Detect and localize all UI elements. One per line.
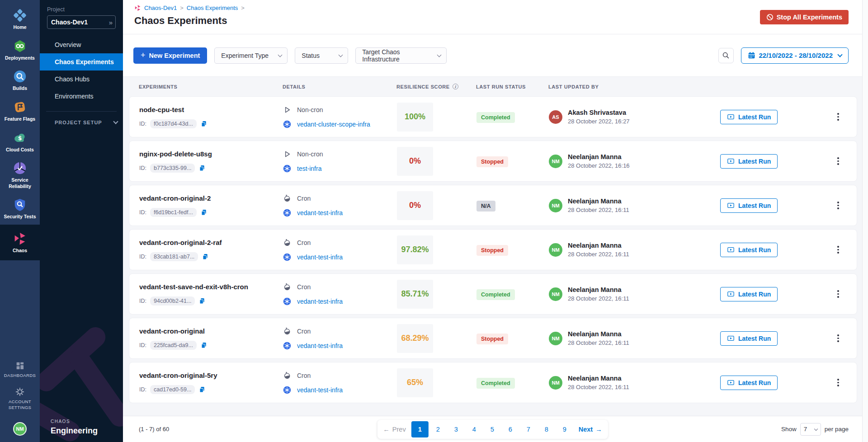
latest-run-button[interactable]: Latest Run [720,110,778,124]
infrastructure-link[interactable]: vedant-test-infra [297,342,343,349]
infrastructure-link[interactable]: test-infra [297,165,321,172]
experiment-type-filter[interactable]: Experiment Type [214,47,288,64]
kebab-menu[interactable] [832,200,844,212]
sidebar-item-chaos[interactable]: Chaos [0,225,40,260]
experiment-name[interactable]: nginx-pod-delete-u8sg [139,150,283,158]
sidebar-item-home[interactable]: Home [0,5,40,35]
panel-footer: CHAOS Engineering [40,324,123,442]
stop-all-experiments-button[interactable]: Stop All Experiments [760,10,849,24]
project-name: Chaos-Dev1 [51,19,109,26]
status-filter[interactable]: Status [295,47,348,64]
project-setup-toggle[interactable]: PROJECT SETUP [40,112,123,125]
updated-timestamp: 28 October 2022, 16:11 [568,251,629,258]
nav-item-chaos-experiments[interactable]: Chaos Experiments [40,53,123,71]
nav-item-chaos-hubs[interactable]: Chaos Hubs [40,71,123,88]
page-button-9[interactable]: 9 [556,421,573,437]
target-infrastructure-filter[interactable]: Target Chaos Infrastructure [355,47,447,64]
infrastructure: vedant-test-infra [283,342,397,350]
action-cell: Latest Run [720,110,832,124]
id-label: ID: [139,254,146,260]
experiment-name[interactable]: vedant-cron-original-5ry [139,371,283,379]
kebab-menu[interactable] [832,288,844,300]
next-page-button[interactable]: Next → [574,421,607,437]
infrastructure-link[interactable]: vedant-test-infra [297,298,343,305]
page-button-2[interactable]: 2 [429,421,447,437]
copy-icon[interactable] [198,165,206,172]
experiment-name[interactable]: vedant-cron-original-2 [139,194,283,202]
run-icon [727,246,735,254]
sidebar-item-dashboards[interactable]: DASHBOARDS [0,357,40,383]
search-button[interactable] [718,48,734,63]
page-button-8[interactable]: 8 [538,421,555,437]
infrastructure-link[interactable]: vedant-test-infra [297,254,343,261]
experiment-name[interactable]: vedant-cron-original [139,327,283,335]
copy-icon[interactable] [200,342,208,349]
table-row: vedant-cron-original-5ry ID: cad17ed0-59… [129,362,857,403]
infrastructure-link[interactable]: vedant-test-infra [297,386,343,394]
latest-run-button[interactable]: Latest Run [720,154,778,169]
svg-text:$: $ [18,134,22,141]
sidebar-item-cloud-costs[interactable]: $ Cloud Costs [0,127,40,158]
kebab-menu[interactable] [832,244,844,256]
page-size-select[interactable]: 7 [800,423,821,436]
kebab-menu[interactable] [832,111,844,123]
sidebar-item-feature-flags[interactable]: Feature Flags [0,96,40,127]
copy-icon[interactable] [202,253,209,260]
page-button-6[interactable]: 6 [502,421,519,437]
date-range-picker[interactable]: 22/10/2022 - 28/10/2022 [741,47,849,64]
experiment-name[interactable]: vedant-cron-original-2-raf [139,239,283,246]
latest-run-button[interactable]: Latest Run [720,198,778,213]
infrastructure-link[interactable]: vedant-cluster-scope-infra [297,121,370,128]
new-experiment-button[interactable]: + New Experiment [133,47,207,64]
page-button-7[interactable]: 7 [520,421,537,437]
prev-page-button[interactable]: ← Prev [378,421,410,437]
infrastructure: test-infra [283,165,397,173]
breadcrumb-project[interactable]: Chaos-Dev1 [144,5,177,11]
sidebar-item-service-reliability[interactable]: Service Reliability [0,157,40,194]
copy-icon[interactable] [200,209,208,216]
copy-icon[interactable] [198,297,206,305]
user-avatar[interactable]: NM [13,422,27,436]
sidebar-item-deployments[interactable]: Deployments [0,35,40,66]
kebab-menu[interactable] [832,333,844,344]
nav-item-overview[interactable]: Overview [40,36,123,53]
experiment-id: ID: f0c187d4-43d... [139,119,283,128]
stop-icon [766,14,774,21]
menu-cell [832,377,857,389]
page-button-3[interactable]: 3 [448,421,465,437]
sidebar-item-security-tests[interactable]: Security Tests [0,194,40,225]
copy-icon[interactable] [200,120,208,127]
latest-run-button[interactable]: Latest Run [720,243,778,257]
chevron-down-icon [814,427,817,430]
nav-item-environments[interactable]: Environments [40,88,123,105]
schedule-icon [283,239,291,247]
page-button-1[interactable]: 1 [411,421,429,437]
kebab-menu[interactable] [832,155,844,167]
latest-run-button[interactable]: Latest Run [720,287,778,301]
id-label: ID: [139,298,146,304]
breadcrumb-chaos-experiments[interactable]: Chaos Experiments [187,5,238,11]
latest-run-button[interactable]: Latest Run [720,376,778,390]
experiment-name[interactable]: vedant-test-save-nd-exit-v8h-cron [139,283,283,291]
action-cell: Latest Run [720,287,832,301]
latest-run-button[interactable]: Latest Run [720,331,778,346]
copy-icon[interactable] [198,386,206,393]
table-body: node-cpu-test ID: f0c187d4-43d... [123,96,862,403]
scrollbar[interactable] [862,0,868,442]
kebab-menu[interactable] [832,377,844,389]
page-button-4[interactable]: 4 [466,421,483,437]
sidebar-item-account-settings[interactable]: ACCOUNT SETTINGS [0,383,40,415]
sidebar-item-builds[interactable]: Builds [0,66,40,96]
page-button-5[interactable]: 5 [484,421,501,437]
project-selector[interactable]: Chaos-Dev1 » [47,15,116,29]
info-icon[interactable]: i [453,84,458,89]
details-cell: Non-cron test-infra [283,150,397,173]
search-icon [722,52,730,59]
experiment-cell: vedant-cron-original-2-raf ID: 83cab181-… [139,239,283,261]
column-experiments: EXPERIMENTS [139,84,283,89]
schedule-type: Cron [283,371,397,380]
infrastructure-link[interactable]: vedant-test-infra [297,209,343,216]
experiment-name[interactable]: node-cpu-test [139,106,283,113]
status-badge: Stopped [476,245,508,256]
experiment-cell: vedant-cron-original-5ry ID: cad17ed0-59… [139,371,283,394]
